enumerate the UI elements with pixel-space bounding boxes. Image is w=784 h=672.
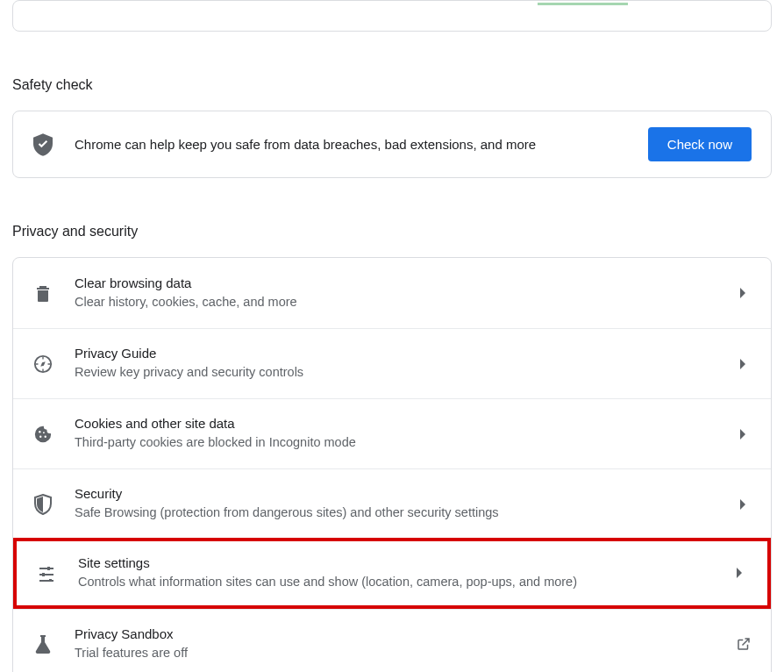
row-body: Site settingsControls what information s… bbox=[78, 555, 711, 591]
compass-icon bbox=[32, 354, 53, 374]
safety-check-text: Chrome can help keep you safe from data … bbox=[75, 137, 627, 152]
chevron-right-icon bbox=[732, 568, 748, 578]
row-subtitle: Clear history, cookies, cache, and more bbox=[75, 294, 701, 311]
row-subtitle: Trial features are off bbox=[75, 645, 701, 662]
shield-icon bbox=[32, 494, 53, 515]
check-now-button[interactable]: Check now bbox=[648, 127, 752, 161]
row-title: Clear browsing data bbox=[75, 275, 701, 290]
svg-point-6 bbox=[39, 435, 41, 437]
svg-rect-12 bbox=[47, 567, 50, 570]
privacy-security-list: Clear browsing dataClear history, cookie… bbox=[12, 257, 772, 672]
chevron-right-icon bbox=[736, 359, 752, 369]
row-title: Cookies and other site data bbox=[75, 416, 701, 431]
sliders-icon bbox=[36, 564, 57, 582]
privacy-security-heading: Privacy and security bbox=[12, 224, 772, 239]
row-subtitle: Review key privacy and security controls bbox=[75, 364, 701, 382]
privacy-row-security[interactable]: SecuritySafe Browsing (protection from d… bbox=[13, 468, 771, 539]
chevron-right-icon bbox=[736, 429, 752, 440]
top-banner-card bbox=[12, 0, 772, 32]
svg-point-7 bbox=[45, 435, 46, 437]
shield-check-icon bbox=[32, 133, 53, 156]
row-subtitle: Safe Browsing (protection from dangerous… bbox=[75, 504, 701, 522]
row-subtitle: Controls what information sites can use … bbox=[78, 574, 697, 591]
svg-point-5 bbox=[39, 431, 40, 433]
privacy-row-site-settings[interactable]: Site settingsControls what information s… bbox=[13, 538, 771, 609]
row-subtitle: Third-party cookies are blocked in Incog… bbox=[75, 434, 701, 452]
chevron-right-icon bbox=[736, 288, 752, 298]
row-body: SecuritySafe Browsing (protection from d… bbox=[75, 486, 715, 522]
trash-icon bbox=[32, 284, 53, 302]
cookie-icon bbox=[32, 425, 53, 444]
chevron-right-icon bbox=[736, 499, 752, 510]
privacy-row-cookies-and-other-site-data[interactable]: Cookies and other site dataThird-party c… bbox=[13, 398, 771, 468]
svg-point-8 bbox=[43, 432, 45, 433]
safety-check-card: Chrome can help keep you safe from data … bbox=[12, 111, 772, 178]
row-title: Security bbox=[75, 486, 701, 501]
svg-rect-14 bbox=[49, 579, 52, 582]
privacy-row-privacy-guide[interactable]: Privacy GuideReview key privacy and secu… bbox=[13, 328, 771, 398]
privacy-row-privacy-sandbox[interactable]: Privacy SandboxTrial features are off bbox=[13, 609, 771, 672]
flask-icon bbox=[32, 634, 53, 654]
external-link-icon bbox=[736, 636, 752, 652]
row-body: Clear browsing dataClear history, cookie… bbox=[75, 275, 715, 311]
row-body: Privacy GuideReview key privacy and secu… bbox=[75, 346, 715, 382]
svg-rect-13 bbox=[42, 573, 45, 576]
row-body: Cookies and other site dataThird-party c… bbox=[75, 416, 715, 452]
row-title: Privacy Guide bbox=[75, 346, 701, 361]
row-title: Site settings bbox=[78, 555, 697, 570]
row-body: Privacy SandboxTrial features are off bbox=[75, 626, 715, 662]
row-title: Privacy Sandbox bbox=[75, 626, 701, 641]
safety-check-heading: Safety check bbox=[12, 77, 772, 93]
privacy-row-clear-browsing-data[interactable]: Clear browsing dataClear history, cookie… bbox=[13, 258, 771, 328]
